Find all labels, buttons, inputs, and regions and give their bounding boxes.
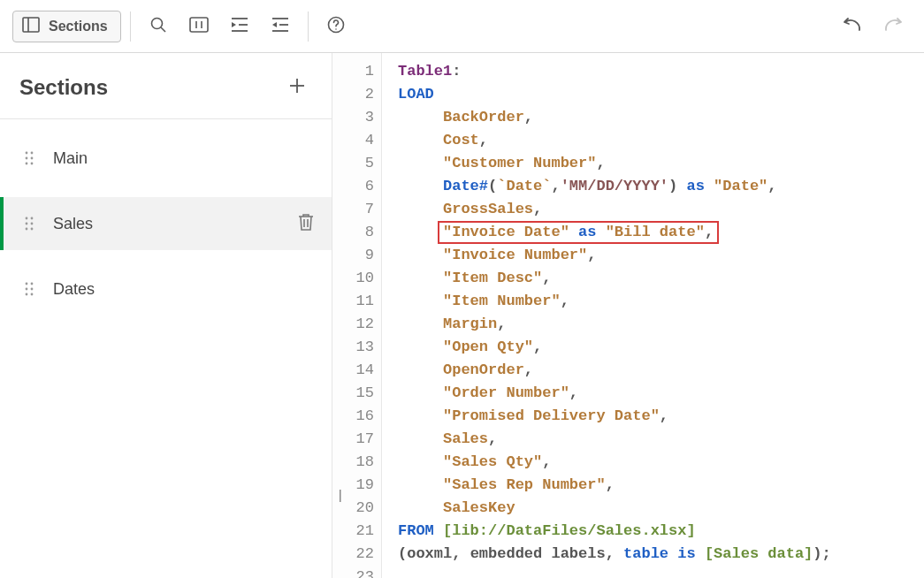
- line-number-gutter: 1234567891011121314151617181920212223: [332, 53, 382, 578]
- sidebar-title: Sections: [19, 75, 108, 100]
- code-line[interactable]: FROM [lib://DataFiles/Sales.xlsx]: [398, 520, 831, 543]
- code-line[interactable]: Table1:: [398, 60, 831, 83]
- line-number: 3: [332, 106, 374, 129]
- line-number: 6: [332, 175, 374, 198]
- svg-point-25: [26, 217, 28, 220]
- code-line[interactable]: "Sales Qty",: [398, 451, 831, 474]
- code-line[interactable]: "Item Desc",: [398, 267, 831, 290]
- line-number: 2: [332, 83, 374, 106]
- line-number: 20: [332, 497, 374, 520]
- section-list: MainSalesDates: [0, 132, 332, 328]
- help-button[interactable]: [317, 8, 355, 45]
- svg-point-14: [335, 28, 337, 30]
- line-number: 21: [332, 520, 374, 543]
- outdent-button[interactable]: [262, 8, 299, 45]
- help-icon: [327, 16, 345, 37]
- svg-line-3: [161, 27, 165, 32]
- code-line[interactable]: Margin,: [398, 313, 831, 336]
- line-number: 7: [332, 198, 374, 221]
- line-number: 12: [332, 313, 374, 336]
- plus-icon: [288, 77, 306, 98]
- drag-handle-icon[interactable]: [25, 281, 37, 297]
- redo-icon: [882, 16, 904, 37]
- toolbar-separator: [308, 11, 309, 42]
- undo-icon: [842, 16, 863, 37]
- svg-point-18: [31, 152, 34, 155]
- code-line[interactable]: Sales,: [398, 428, 831, 451]
- svg-rect-4: [190, 18, 208, 32]
- code-area[interactable]: Table1:LOAD BackOrder, Cost, "Customer N…: [382, 53, 831, 578]
- line-number: 17: [332, 428, 374, 451]
- line-number: 23: [332, 566, 374, 578]
- outdent-icon: [271, 17, 290, 36]
- highlighted-code: "Invoice Date" as "Bill date",: [443, 221, 714, 244]
- line-number: 11: [332, 290, 374, 313]
- code-line[interactable]: OpenOrder,: [398, 359, 831, 382]
- svg-point-29: [26, 228, 28, 231]
- section-item-label: Main: [53, 149, 314, 168]
- toolbar: Sections: [0, 0, 924, 53]
- undo-button[interactable]: [834, 8, 871, 45]
- code-line[interactable]: "Open Qty",: [398, 336, 831, 359]
- code-line[interactable]: BackOrder,: [398, 106, 831, 129]
- svg-rect-0: [23, 18, 39, 32]
- code-line[interactable]: Cost,: [398, 129, 831, 152]
- code-line[interactable]: SalesKey: [398, 497, 831, 520]
- code-line[interactable]: (ooxml, embedded labels, table is [Sales…: [398, 543, 831, 566]
- section-item-label: Sales: [53, 215, 282, 233]
- svg-point-28: [31, 223, 34, 225]
- line-number: 18: [332, 451, 374, 474]
- code-line[interactable]: "Order Number",: [398, 382, 831, 405]
- code-line[interactable]: "Invoice Date" as "Bill date",: [398, 221, 831, 244]
- sections-sidebar: Sections MainSalesDates ||: [0, 53, 332, 578]
- code-line[interactable]: Date#(`Date`,'MM/DD/YYYY') as "Date",: [398, 175, 831, 198]
- trash-icon: [298, 213, 314, 234]
- line-number: 4: [332, 129, 374, 152]
- indent-button[interactable]: [221, 8, 258, 45]
- code-line[interactable]: LOAD: [398, 83, 831, 106]
- section-item-sales[interactable]: Sales: [0, 197, 332, 250]
- line-number: 10: [332, 267, 374, 290]
- svg-point-20: [31, 157, 34, 160]
- svg-point-38: [31, 293, 34, 296]
- line-number: 14: [332, 359, 374, 382]
- svg-point-37: [26, 293, 28, 296]
- svg-point-36: [31, 288, 34, 291]
- search-icon: [149, 16, 167, 37]
- sections-toggle-button[interactable]: Sections: [12, 11, 121, 42]
- code-line[interactable]: GrossSales,: [398, 198, 831, 221]
- line-number: 1: [332, 60, 374, 83]
- code-line[interactable]: "Invoice Number",: [398, 244, 831, 267]
- panel-icon: [22, 17, 40, 36]
- section-item-dates[interactable]: Dates: [0, 262, 332, 316]
- line-number: 5: [332, 152, 374, 175]
- svg-point-22: [31, 163, 34, 165]
- code-line[interactable]: [398, 566, 831, 578]
- script-editor[interactable]: 1234567891011121314151617181920212223 Ta…: [332, 53, 924, 578]
- comment-button[interactable]: [180, 8, 218, 45]
- svg-point-2: [151, 18, 162, 28]
- code-line[interactable]: "Sales Rep Number",: [398, 474, 831, 497]
- svg-point-27: [26, 223, 28, 225]
- line-number: 8: [332, 221, 374, 244]
- toolbar-separator: [130, 11, 131, 42]
- svg-point-26: [31, 217, 34, 220]
- line-number: 15: [332, 382, 374, 405]
- code-line[interactable]: "Customer Number",: [398, 152, 831, 175]
- main-area: Sections MainSalesDates || 1234567891011…: [0, 53, 924, 578]
- svg-point-30: [31, 228, 34, 231]
- code-line[interactable]: "Promised Delivery Date",: [398, 405, 831, 428]
- section-item-label: Dates: [53, 280, 314, 299]
- add-section-button[interactable]: [282, 72, 312, 103]
- drag-handle-icon[interactable]: [25, 216, 37, 232]
- delete-section-button[interactable]: [298, 213, 314, 234]
- comment-icon: [189, 17, 209, 36]
- drag-handle-icon[interactable]: [25, 150, 37, 166]
- code-line[interactable]: "Item Number",: [398, 290, 831, 313]
- line-number: 9: [332, 244, 374, 267]
- svg-point-34: [31, 283, 34, 285]
- svg-point-21: [26, 163, 28, 165]
- sidebar-divider: [0, 118, 332, 119]
- section-item-main[interactable]: Main: [0, 132, 332, 185]
- search-button[interactable]: [140, 8, 177, 45]
